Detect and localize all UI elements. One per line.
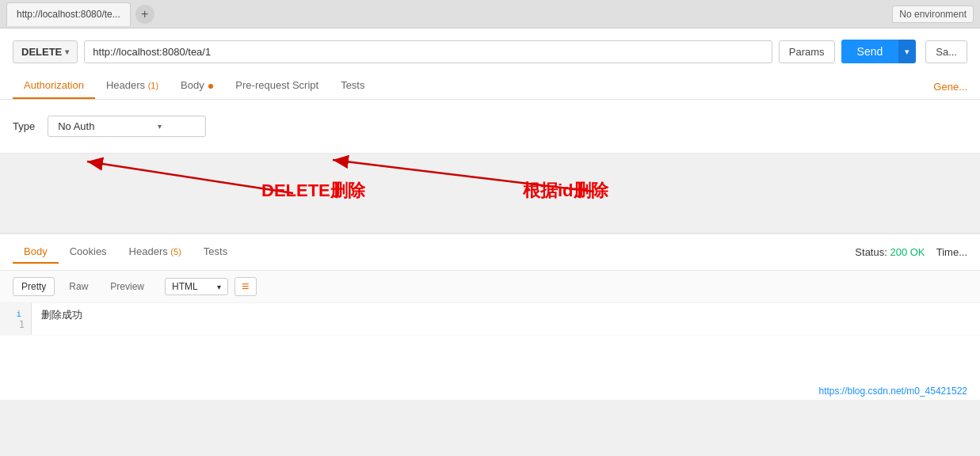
annotation-area: DELETE删除 根据id删除	[0, 154, 980, 233]
url-bar: DELETE ▾ Params Send ▾ Sa...	[13, 40, 967, 63]
format-bar: Pretty Raw Preview HTML ▾ ≡	[0, 271, 980, 303]
response-status: Status: 200 OK Time...	[855, 246, 967, 258]
response-body: i 1 删除成功	[0, 303, 980, 382]
resp-tab-cookies[interactable]: Cookies	[59, 241, 118, 264]
add-tab-button[interactable]: +	[135, 5, 154, 24]
fmt-raw[interactable]: Raw	[61, 278, 96, 295]
request-panel: DELETE ▾ Params Send ▾ Sa... Authorizati…	[0, 28, 980, 100]
send-button[interactable]: Send	[841, 40, 899, 63]
annotation-text-delete: DELETE删除	[261, 179, 365, 203]
format-select[interactable]: HTML ▾	[165, 278, 228, 295]
params-button[interactable]: Params	[779, 40, 835, 63]
resp-tab-tests[interactable]: Tests	[193, 241, 238, 264]
tab-label: http://localhost:8080/te...	[17, 9, 120, 20]
response-time: Time...	[936, 246, 967, 258]
tab-tests[interactable]: Tests	[330, 73, 376, 99]
fmt-preview[interactable]: Preview	[102, 278, 152, 295]
format-select-value: HTML	[172, 281, 198, 292]
response-line-1: i 1 删除成功	[0, 303, 980, 336]
resp-tab-headers[interactable]: Headers (5)	[118, 241, 193, 264]
send-button-group: Send ▾	[841, 40, 917, 63]
resp-headers-badge: (5)	[170, 247, 181, 256]
auth-area: Type No Auth ▾	[0, 100, 980, 154]
method-label: DELETE	[21, 46, 62, 58]
headers-badge: (1)	[148, 81, 158, 90]
resp-tab-body[interactable]: Body	[13, 241, 59, 264]
wrap-button[interactable]: ≡	[235, 277, 257, 296]
tab-prerequest[interactable]: Pre-request Script	[224, 73, 330, 99]
auth-type-value: No Auth	[58, 120, 94, 132]
method-button[interactable]: DELETE ▾	[13, 40, 78, 63]
annotation-text-id: 根据id删除	[523, 179, 608, 203]
env-selector[interactable]: No environment	[892, 6, 974, 23]
response-header-bar: Body Cookies Headers (5) Tests Status: 2…	[0, 234, 980, 271]
browser-tab[interactable]: http://localhost:8080/te...	[6, 2, 131, 26]
fmt-pretty[interactable]: Pretty	[13, 277, 55, 296]
bottom-link[interactable]: https://blog.csdn.net/m0_45421522	[0, 382, 980, 400]
wrap-icon: ≡	[242, 279, 249, 294]
auth-type-chevron-icon: ▾	[158, 122, 162, 131]
send-dropdown-button[interactable]: ▾	[898, 40, 916, 63]
request-tabs: Authorization Headers (1) Body Pre-reque…	[13, 73, 967, 99]
body-dot-icon	[208, 84, 213, 89]
response-panel: Body Cookies Headers (5) Tests Status: 2…	[0, 233, 980, 400]
line-number-1: i 1	[0, 303, 32, 335]
info-icon: i	[16, 309, 21, 319]
save-button[interactable]: Sa...	[925, 40, 967, 63]
url-input[interactable]	[84, 40, 772, 63]
line-content-1: 删除成功	[32, 303, 92, 327]
annotation-arrows	[0, 154, 980, 233]
format-chevron-icon: ▾	[217, 283, 221, 291]
method-chevron-icon: ▾	[65, 48, 69, 56]
tab-bar: http://localhost:8080/te... + No environ…	[0, 0, 980, 28]
tab-authorization[interactable]: Authorization	[13, 73, 95, 99]
tab-body[interactable]: Body	[170, 73, 224, 99]
response-status-value: 200 OK	[890, 246, 925, 258]
generate-link[interactable]: Gene...	[933, 81, 967, 99]
auth-type-label: Type	[13, 120, 35, 132]
tab-headers[interactable]: Headers (1)	[95, 73, 170, 99]
auth-type-dropdown[interactable]: No Auth ▾	[48, 116, 206, 137]
